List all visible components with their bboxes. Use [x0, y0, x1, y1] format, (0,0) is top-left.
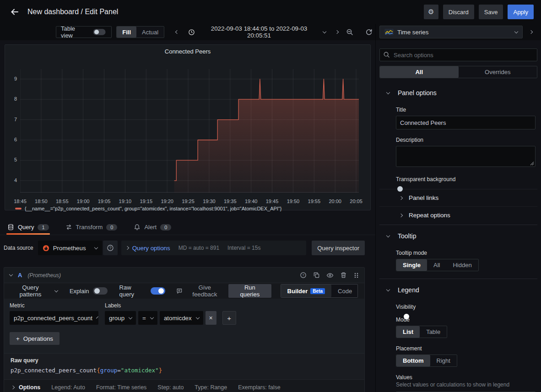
metric-select[interactable]: p2p_connected_peers_count	[10, 311, 98, 325]
time-shift-forward-button[interactable]	[331, 26, 342, 38]
tooltip-section: Tooltip mode Single All Hidden	[379, 250, 537, 271]
x-tick-label: 19:45	[262, 199, 282, 204]
explain-label: Explain	[70, 288, 89, 295]
metric-value: p2p_connected_peers_count	[14, 315, 92, 322]
tooltip-hidden-option[interactable]: Hidden	[446, 259, 478, 271]
time-shift-back-button[interactable]	[172, 26, 183, 38]
transform-icon	[65, 224, 72, 231]
query-row-actions: ?	[300, 272, 359, 279]
time-range-button[interactable]: 2022-09-03 18:44:05 to 2022-09-03 20:05:…	[184, 26, 331, 38]
filter-overrides-option[interactable]: Overrides	[459, 66, 537, 78]
placement-bottom-option[interactable]: Bottom	[396, 355, 430, 366]
resize-handle-icon[interactable]	[530, 161, 534, 166]
panel-title-input[interactable]	[396, 116, 536, 129]
settings-button[interactable]: ⚙	[424, 5, 438, 19]
remove-query-button[interactable]	[340, 272, 347, 279]
time-series-chart[interactable]	[20, 69, 359, 193]
chart-legend-item[interactable]: {__name__="p2p_connected_peers_count", g…	[15, 206, 281, 211]
x-tick-label: 19:10	[115, 199, 135, 204]
metric-label: Metric	[10, 302, 98, 309]
plot-area[interactable]	[20, 69, 359, 193]
header-actions: ⚙ Discard Save Apply	[424, 5, 534, 19]
tooltip-section-header[interactable]: Tooltip	[379, 228, 537, 244]
label-value: atomicdex	[164, 315, 192, 322]
actual-option[interactable]: Actual	[136, 27, 164, 38]
explain-toggle[interactable]	[93, 287, 108, 295]
visualization-select[interactable]: Time series	[379, 26, 523, 38]
query-patterns-label: Query patterns	[11, 284, 50, 298]
hide-query-button[interactable]	[326, 272, 334, 279]
tab-alert[interactable]: Alert 0	[133, 220, 172, 235]
toolbar-left: Table view Fill Actual 2022-09-03 18:44:…	[0, 24, 375, 40]
refresh-button[interactable]	[362, 26, 375, 38]
x-tick-label: 19:30	[199, 199, 219, 204]
add-label-filter-button[interactable]: +	[222, 311, 236, 325]
remove-label-filter-button[interactable]: ×	[206, 311, 216, 325]
datasource-select[interactable]: Prometheus	[38, 241, 102, 255]
filter-all-option[interactable]: All	[380, 66, 459, 78]
search-icon	[383, 51, 390, 58]
chevron-down-icon	[514, 29, 518, 33]
query-builder-toolbar: Query patterns Explain Raw query Give fe…	[4, 283, 364, 299]
query-editor-card: A (Prometheus) ? Query patterns Explain	[4, 267, 365, 392]
tooltip-all-option[interactable]: All	[427, 259, 446, 271]
options-expand-button[interactable]: Options	[11, 384, 40, 391]
query-ref-id: A	[18, 272, 22, 279]
zoom-out-button[interactable]	[343, 26, 356, 38]
chevron-down-icon	[323, 29, 326, 33]
label-operator-select[interactable]: =	[138, 311, 157, 325]
collapse-query-icon[interactable]	[9, 273, 13, 276]
panel-options-section-header[interactable]: Panel options	[379, 85, 537, 101]
query-builder-body: Metric p2p_connected_peers_count Labels …	[4, 299, 364, 353]
panel-links-section-header[interactable]: Panel links	[379, 189, 537, 206]
legend-list-option[interactable]: List	[396, 326, 420, 338]
repeat-options-section-header[interactable]: Repeat options	[379, 206, 537, 224]
legend-section: Visibility Mode List Table Placement Bot…	[379, 304, 537, 392]
save-button[interactable]: Save	[479, 5, 503, 19]
label-key-select[interactable]: group	[105, 311, 136, 325]
placement-right-option[interactable]: Right	[430, 355, 457, 366]
run-queries-button[interactable]: Run queries	[228, 284, 271, 298]
datasource-help-button[interactable]: ?	[103, 241, 118, 255]
viz-picker-expand-button[interactable]	[525, 26, 537, 38]
drag-handle[interactable]	[353, 272, 359, 279]
interval-text: Interval = 15s	[227, 245, 260, 251]
raw-query-label: Raw query	[11, 357, 358, 364]
raw-query-toggle[interactable]	[151, 287, 165, 295]
back-button[interactable]	[7, 5, 22, 19]
raw-key: group	[100, 367, 118, 374]
panel-edit-toolbar: Table view Fill Actual 2022-09-03 18:44:…	[0, 24, 541, 40]
table-view-toggle[interactable]	[93, 29, 106, 35]
query-row-header[interactable]: A (Prometheus) ?	[4, 268, 364, 283]
y-tick-label: 8	[7, 96, 17, 102]
query-patterns-dropdown[interactable]: Query patterns	[11, 284, 58, 298]
tab-count-badge: 1	[38, 224, 49, 231]
query-options-toggle[interactable]: Query options	[126, 245, 170, 252]
add-operations-button[interactable]: + Operations	[10, 332, 60, 345]
tooltip-mode-group: Single All Hidden	[396, 259, 479, 271]
builder-option[interactable]: Builder Beta	[281, 285, 331, 297]
tab-label: Alert	[144, 224, 157, 231]
eye-icon	[326, 272, 334, 279]
fill-option[interactable]: Fill	[117, 27, 136, 38]
query-help-button[interactable]: ?	[300, 272, 307, 279]
give-feedback-label: Give feedback	[185, 284, 224, 298]
tab-transform[interactable]: Transform 0	[65, 220, 119, 235]
apply-button[interactable]: Apply	[508, 5, 534, 19]
transparent-bg-label: Transparent background	[396, 176, 536, 183]
legend-table-option[interactable]: Table	[420, 326, 447, 338]
panel-description-textarea[interactable]	[396, 146, 536, 167]
search-options-input[interactable]	[379, 48, 537, 61]
duplicate-query-button[interactable]	[313, 272, 320, 279]
discard-button[interactable]: Discard	[443, 5, 474, 19]
table-view-toggle-control[interactable]: Table view	[56, 26, 112, 38]
code-option[interactable]: Code	[331, 285, 358, 297]
label-operator: =	[142, 315, 146, 322]
series-color-swatch	[15, 208, 22, 209]
label-value-select[interactable]: atomicdex	[160, 311, 203, 325]
give-feedback-link[interactable]: Give feedback	[176, 284, 224, 298]
legend-section-header[interactable]: Legend	[379, 282, 537, 298]
query-inspector-button[interactable]: Query inspector	[312, 241, 365, 255]
tab-query[interactable]: Query 1	[6, 220, 50, 235]
tooltip-single-option[interactable]: Single	[396, 259, 427, 271]
